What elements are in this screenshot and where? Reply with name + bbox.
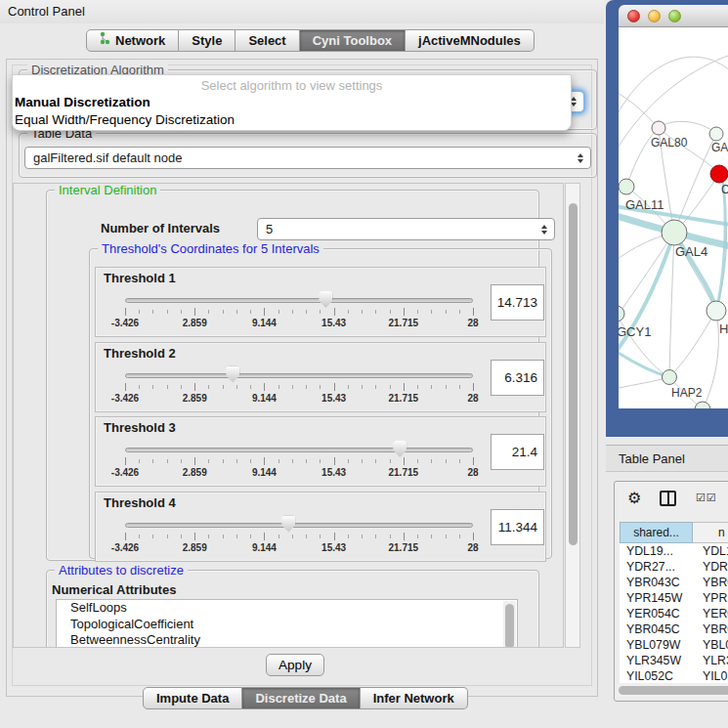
network-edge[interactable] xyxy=(669,311,716,377)
tab-infer-network[interactable]: Infer Network xyxy=(361,687,468,709)
column-header-1[interactable]: shared... xyxy=(620,522,693,543)
tick-mark xyxy=(375,310,376,314)
network-edge[interactable] xyxy=(669,233,674,377)
scrollbar-thumb[interactable] xyxy=(569,203,578,545)
tick-mark xyxy=(250,459,251,463)
main-vertical-scrollbar[interactable] xyxy=(565,183,580,648)
table-cell: YPR1 xyxy=(691,590,728,606)
network-edge[interactable] xyxy=(703,311,718,408)
table-cell: YDR27... xyxy=(620,559,691,575)
slider-thumb[interactable] xyxy=(281,516,295,533)
tick-mark xyxy=(431,535,432,538)
table-row[interactable]: YPR145WYPR1 xyxy=(620,590,728,606)
tick-mark xyxy=(446,310,447,314)
network-edge[interactable] xyxy=(619,377,669,389)
slider-thumb[interactable] xyxy=(319,291,332,308)
close-traffic-light-icon[interactable] xyxy=(627,10,640,22)
tick-mark xyxy=(152,535,153,538)
table-header-row[interactable]: shared...n xyxy=(620,522,728,543)
panel-title: Control Panel xyxy=(8,4,85,19)
tick-mark xyxy=(278,310,279,314)
column-header-2[interactable]: n xyxy=(693,522,728,543)
threshold-value-field[interactable]: 21.4 xyxy=(491,434,544,470)
network-node[interactable] xyxy=(707,301,726,321)
number-of-intervals-combobox[interactable]: 5 xyxy=(257,218,555,240)
numerical-attributes-list[interactable]: SelfLoopsTopologicalCoefficientBetweenne… xyxy=(56,599,518,648)
tick-mark xyxy=(194,308,195,316)
slider-track[interactable] xyxy=(125,448,473,452)
network-node[interactable] xyxy=(619,179,634,194)
tab-style[interactable]: Style xyxy=(179,29,236,52)
tick-mark xyxy=(334,457,335,465)
table-row[interactable]: YBR045CYBR0 xyxy=(620,621,728,637)
tab-discretize-data[interactable]: Discretize Data xyxy=(242,687,360,709)
scrollbar-thumb[interactable] xyxy=(619,686,728,695)
slider-tick-labels: -3.4262.8599.14415.4321.71528 xyxy=(125,318,473,331)
attribute-item-betweennesscentrality[interactable]: BetweennessCentrality xyxy=(57,632,517,648)
table-horizontal-scrollbar[interactable] xyxy=(617,684,728,697)
table-row[interactable]: YER054CYER0 xyxy=(620,606,728,621)
table-cell: YER054C xyxy=(620,606,691,621)
table-row[interactable]: YIL052CYIL0 xyxy=(620,668,728,683)
network-canvas[interactable]: GAL80GACGAL11GAL4GCY1HHAP2 xyxy=(619,27,728,408)
tick-mark xyxy=(208,385,209,389)
table-row[interactable]: YDL19...YDL1 xyxy=(620,543,728,559)
select-columns-icon[interactable]: ☑☑ xyxy=(696,492,717,504)
slider-track[interactable] xyxy=(125,373,473,378)
tick-mark xyxy=(417,535,418,538)
scrollbar-thumb[interactable] xyxy=(505,604,514,648)
tick-mark xyxy=(390,459,391,463)
apply-button[interactable]: Apply xyxy=(266,654,324,676)
dropdown-item-equal-width-frequency-discretization[interactable]: Equal Width/Frequency Discretization xyxy=(13,111,571,129)
slider-thumb[interactable] xyxy=(226,366,239,383)
network-node[interactable] xyxy=(663,370,677,385)
threshold-value-field[interactable]: 11.344 xyxy=(491,509,544,545)
network-edge[interactable] xyxy=(619,57,728,120)
network-node[interactable] xyxy=(619,306,624,321)
table-row[interactable]: YDR27...YDR2 xyxy=(620,559,728,575)
table-panel-title: Table Panel xyxy=(619,451,685,466)
slider-thumb[interactable] xyxy=(393,441,407,457)
tick-mark xyxy=(375,385,376,389)
network-edge[interactable] xyxy=(659,121,716,134)
tab-impute-data[interactable]: Impute Data xyxy=(143,687,242,709)
tick-mark xyxy=(348,310,349,314)
dropdown-item-manual-discretization[interactable]: Manual Discretization xyxy=(13,94,571,111)
tick-mark xyxy=(181,535,182,538)
threshold-value-field[interactable]: 14.713 xyxy=(491,284,544,321)
network-node[interactable] xyxy=(710,165,728,183)
tick-mark xyxy=(167,385,168,389)
tick-label: 21.715 xyxy=(389,542,419,553)
slider-track[interactable] xyxy=(125,523,473,528)
slider-ticks xyxy=(125,457,473,466)
tick-mark xyxy=(208,459,209,463)
network-node[interactable] xyxy=(695,402,710,408)
table-row[interactable]: YBR043CYBR0 xyxy=(620,575,728,590)
minimize-traffic-light-icon[interactable] xyxy=(648,10,661,22)
gear-icon[interactable]: ⚙ xyxy=(627,489,641,507)
table-row[interactable]: YBL079WYBL0 xyxy=(620,637,728,653)
column-layout-icon[interactable] xyxy=(660,491,676,506)
tick-mark xyxy=(348,385,349,389)
list-scrollbar[interactable] xyxy=(503,601,516,648)
tab-jactivemnodules[interactable]: jActiveMNodules xyxy=(406,29,535,52)
network-node[interactable] xyxy=(709,127,723,141)
zoom-traffic-light-icon[interactable] xyxy=(668,10,681,22)
tab-select[interactable]: Select xyxy=(236,29,299,52)
tab-network[interactable]: Network xyxy=(86,29,179,52)
threshold-value-field[interactable]: 6.316 xyxy=(491,360,544,396)
table-row[interactable]: YLR345WYLR3 xyxy=(620,653,728,668)
network-node[interactable] xyxy=(652,121,665,135)
network-edge[interactable] xyxy=(619,233,674,321)
network-node[interactable] xyxy=(662,220,687,245)
table-data-combobox[interactable]: galFiltered.sif default node xyxy=(24,147,591,169)
attribute-item-selfloops[interactable]: SelfLoops xyxy=(57,600,517,617)
tick-mark xyxy=(236,310,237,314)
attribute-item-topologicalcoefficient[interactable]: TopologicalCoefficient xyxy=(57,617,517,633)
tab-cyni-toolbox[interactable]: Cyni Toolbox xyxy=(300,29,406,52)
tick-mark xyxy=(152,310,153,314)
network-edge[interactable] xyxy=(619,91,659,128)
tick-mark xyxy=(194,457,195,465)
network-window-titlebar[interactable] xyxy=(619,5,728,27)
slider-track[interactable] xyxy=(125,298,473,303)
